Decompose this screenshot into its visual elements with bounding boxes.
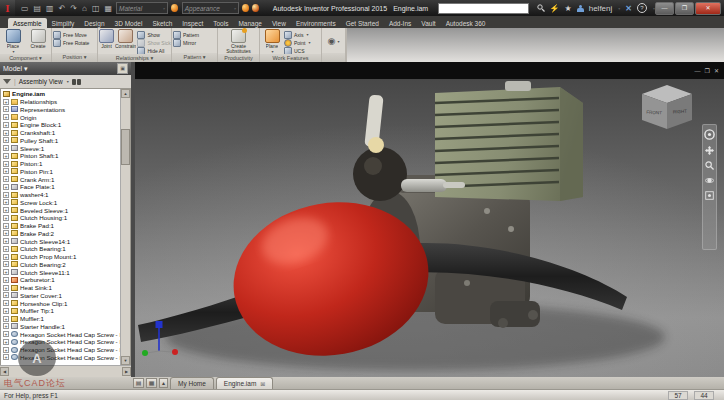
panel-label-component[interactable]: Component ▾ (0, 54, 51, 62)
tree-item[interactable]: +Hexagon Socket Head Cap Screw - Inch No… (1, 338, 121, 346)
filter-icon[interactable] (3, 79, 11, 84)
panel-label-productivity[interactable]: Productivity (218, 54, 259, 62)
doc-restore-button[interactable]: ❐ (705, 67, 710, 74)
expander-icon[interactable]: + (3, 316, 9, 322)
mirror-button[interactable]: Mirror (173, 39, 199, 46)
ribbon-tab-3d-model[interactable]: 3D Model (110, 18, 148, 28)
tree-item[interactable]: +Brake Pad:1 (1, 222, 121, 230)
tree-item[interactable]: +Representations (1, 106, 121, 114)
expander-icon[interactable]: + (3, 168, 9, 174)
expander-icon[interactable]: + (3, 323, 9, 329)
tree-item[interactable]: +Clutch Bearing:2 (1, 261, 121, 269)
scroll-down-icon[interactable]: ▼ (121, 356, 130, 365)
doc-close-button[interactable]: ✕ (714, 67, 719, 74)
expander-icon[interactable]: + (3, 153, 9, 159)
panel-label-position[interactable]: Position ▾ (52, 53, 97, 62)
vertical-scrollbar[interactable]: ▲ ▼ (120, 89, 130, 365)
tree-item[interactable]: +Origin (1, 113, 121, 121)
expander-icon[interactable]: + (3, 114, 9, 120)
ribbon-tab-manage[interactable]: Manage (233, 18, 267, 28)
tree-item[interactable]: +Sleeve:1 (1, 144, 121, 152)
appearance-dropdown[interactable]: Appearance▾ (182, 2, 239, 14)
scrollbar-thumb[interactable] (121, 129, 130, 165)
point-button[interactable]: Point▾ (284, 39, 310, 46)
expander-icon[interactable]: + (3, 292, 9, 298)
expander-icon[interactable]: + (3, 308, 9, 314)
free-rotate-button[interactable]: Free Rotate (53, 39, 89, 46)
adjust-sphere-icon[interactable] (252, 4, 259, 12)
tree-item[interactable]: +Screw Lock:1 (1, 199, 121, 207)
inventor-logo-icon[interactable]: I (0, 0, 15, 16)
expander-icon[interactable]: + (3, 137, 9, 143)
show-button[interactable]: Show (137, 31, 170, 38)
home-icon[interactable]: ⌂ (82, 4, 87, 13)
tree-item[interactable]: +Clutch Sleeve14:1 (1, 237, 121, 245)
tree-item[interactable]: +Hexagon Socket Head Cap Screw - Inch No… (1, 330, 121, 338)
panel-label-relationships[interactable]: Relationships ▾ (98, 54, 171, 62)
ribbon-tab-design[interactable]: Design (79, 18, 109, 28)
axis-button[interactable]: Axis▾ (284, 31, 310, 38)
expander-icon[interactable]: + (3, 199, 9, 205)
tree-item[interactable]: +Engine Block:1 (1, 121, 121, 129)
ribbon-tab-add-ins[interactable]: Add-Ins (384, 18, 416, 28)
3d-canvas[interactable]: FRONT RIGHT (135, 79, 724, 377)
expander-icon[interactable]: + (3, 246, 9, 252)
steering-wheel-icon[interactable] (704, 129, 715, 140)
expander-icon[interactable]: + (3, 238, 9, 244)
redo-icon[interactable]: ↷ (70, 4, 77, 13)
ribbon-tab-assemble[interactable]: Assemble (8, 18, 47, 28)
hide-all-button[interactable]: Hide All (137, 47, 170, 54)
assembly-view-dropdown[interactable]: Assembly View (19, 78, 63, 85)
tree-item[interactable]: +Brake Pad:2 (1, 230, 121, 238)
expander-icon[interactable]: + (3, 347, 9, 353)
material-dropdown[interactable]: Material▾ (116, 2, 168, 14)
sign-in-icon[interactable]: ⚡ (550, 4, 560, 13)
tree-item[interactable]: +Piston:1 (1, 160, 121, 168)
ucs-button[interactable]: UCS (284, 47, 310, 54)
ribbon-tab-vault[interactable]: Vault (416, 18, 440, 28)
open-icon[interactable]: ▤ (34, 4, 42, 13)
expander-icon[interactable]: + (3, 331, 9, 337)
tree-item[interactable]: +Clutch Prop Mount:1 (1, 253, 121, 261)
expander-icon[interactable]: + (3, 99, 9, 105)
zoom-icon[interactable] (705, 161, 714, 170)
ribbon-tab-autodesk-360[interactable]: Autodesk 360 (441, 18, 491, 28)
tree-item[interactable]: +Beveled Sleeve:1 (1, 206, 121, 214)
ribbon-tab-simplify[interactable]: Simplify (47, 18, 80, 28)
close-button[interactable]: ✕ (695, 2, 721, 15)
expander-icon[interactable]: + (3, 145, 9, 151)
restore-button[interactable]: ❐ (675, 2, 694, 15)
ribbon-tab-get-started[interactable]: Get Started (341, 18, 384, 28)
tab-my-home[interactable]: My Home (170, 377, 214, 389)
expander-icon[interactable]: + (3, 285, 9, 291)
save-icon[interactable]: ▥ (46, 4, 54, 13)
ribbon-tab-sketch[interactable]: Sketch (147, 18, 177, 28)
pan-icon[interactable] (705, 146, 714, 155)
browser-header[interactable]: Model ▾ ▣ (0, 62, 131, 75)
tree-item[interactable]: +Muffler Tip:1 (1, 307, 121, 315)
create-button[interactable]: Create (26, 29, 50, 49)
username[interactable]: helfenj (589, 4, 613, 13)
search-binoculars-icon[interactable] (72, 79, 81, 85)
tab-close-icon[interactable]: ⊠ (260, 381, 265, 387)
expander-icon[interactable]: + (3, 122, 9, 128)
tree-item[interactable]: +Piston Shaft:1 (1, 152, 121, 160)
help-icon[interactable]: ? (637, 3, 647, 13)
render-icon[interactable]: ◫ (92, 4, 100, 13)
place-button[interactable]: Place▾ (1, 29, 25, 54)
constrain-button[interactable]: Constrain (115, 29, 136, 49)
expander-icon[interactable]: + (3, 261, 9, 267)
expand-tabs-icon[interactable]: ▴ (159, 378, 168, 388)
scroll-left-icon[interactable]: ◀ (0, 367, 9, 376)
ribbon-tab-inspect[interactable]: Inspect (177, 18, 208, 28)
panel-label-pattern[interactable]: Pattern ▾ (172, 53, 217, 62)
tab-engine-iam[interactable]: Engine.iam⊠ (216, 377, 274, 389)
joint-button[interactable]: Joint (99, 29, 114, 49)
navigation-bar[interactable] (702, 124, 717, 250)
scroll-up-icon[interactable]: ▲ (121, 89, 130, 98)
expander-icon[interactable]: + (3, 176, 9, 182)
expander-icon[interactable]: + (3, 215, 9, 221)
ribbon-tab-view[interactable]: View (267, 18, 291, 28)
free-move-button[interactable]: Free Move (53, 31, 89, 38)
tree-item[interactable]: +Clutch Bearing:1 (1, 245, 121, 253)
